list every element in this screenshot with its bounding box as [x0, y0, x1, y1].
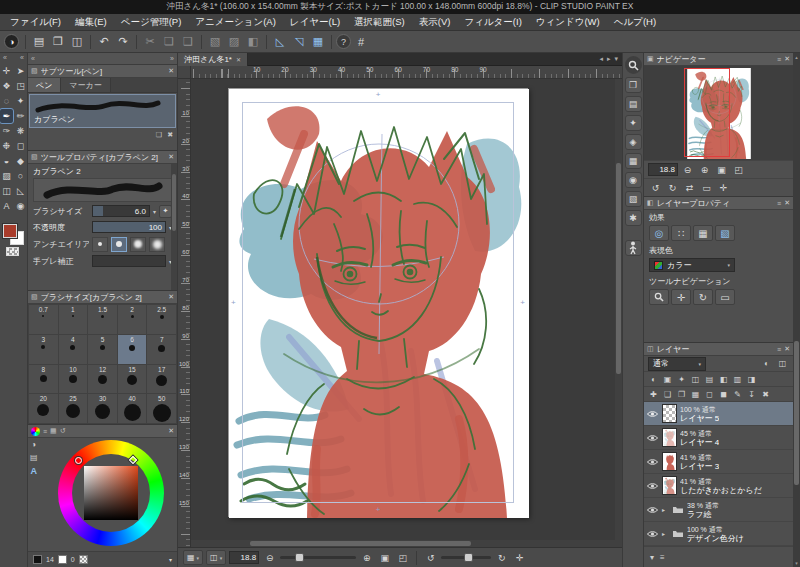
- grid-toggle-button[interactable]: #: [352, 33, 370, 50]
- black-chip[interactable]: [33, 555, 42, 564]
- nav-zoom-in-button[interactable]: ⊕: [697, 162, 712, 177]
- transfer-layer-icon[interactable]: ▦: [689, 388, 702, 400]
- anti-aliasing-weak[interactable]: [111, 237, 127, 252]
- color-history-tab-icon[interactable]: ↺: [60, 427, 66, 435]
- tool-gradient[interactable]: ▨: [0, 169, 13, 183]
- eye-icon[interactable]: [646, 482, 659, 490]
- brush-size-2[interactable]: 2: [118, 305, 147, 334]
- panel-menu-icon[interactable]: ≡: [777, 56, 781, 63]
- tool-object[interactable]: ➤: [14, 64, 27, 78]
- rotate-left-button[interactable]: ↺: [423, 550, 438, 565]
- close-icon[interactable]: ✕: [784, 345, 790, 353]
- tab-pen[interactable]: ペン: [28, 78, 61, 92]
- eye-icon[interactable]: [646, 410, 659, 418]
- onion-skin-icon[interactable]: ▥: [731, 373, 744, 385]
- nav-rotate-right-button[interactable]: ↻: [665, 180, 680, 195]
- create-mask-icon[interactable]: ✎: [731, 388, 744, 400]
- combine-layer-icon[interactable]: ◻: [703, 388, 716, 400]
- nav-zoom-out-button[interactable]: ⊖: [680, 162, 695, 177]
- brush-size-1[interactable]: 1: [59, 305, 88, 334]
- menu-item[interactable]: 編集(E): [68, 15, 114, 30]
- brush-size-25[interactable]: 25: [59, 394, 88, 423]
- menu-item[interactable]: フィルター(I): [457, 15, 528, 30]
- merge-down-icon[interactable]: ◼: [717, 388, 730, 400]
- brush-size-10[interactable]: 10: [59, 365, 88, 394]
- tool-text[interactable]: A: [0, 199, 13, 213]
- zoom-value[interactable]: 18.8: [229, 551, 259, 564]
- new-vector-layer-icon[interactable]: ❏: [661, 388, 674, 400]
- snap-to-special-ruler-button[interactable]: ◹: [290, 33, 308, 50]
- tool-pen[interactable]: ✒: [0, 109, 13, 123]
- open-file-button[interactable]: ❐: [49, 33, 67, 50]
- menu-item[interactable]: 選択範囲(S): [347, 15, 412, 30]
- anti-aliasing-none[interactable]: [92, 237, 108, 252]
- wheel-mode-icon[interactable]: ◑: [31, 440, 36, 449]
- opacity-slider[interactable]: 100: [92, 221, 166, 233]
- layer-thumbnail[interactable]: [662, 404, 677, 423]
- color-wheel-tab-icon[interactable]: [31, 427, 40, 436]
- material-palette-1-button[interactable]: ❐: [625, 77, 642, 93]
- deselect-button[interactable]: ▧: [206, 33, 224, 50]
- redo-button[interactable]: ↷: [114, 33, 132, 50]
- close-icon[interactable]: ✕: [168, 293, 174, 301]
- brush-size-50[interactable]: 50: [147, 394, 176, 423]
- tab-list-icon[interactable]: ▾: [614, 55, 618, 63]
- rotation-slider[interactable]: [441, 556, 491, 559]
- clip-studio-logo[interactable]: ◑: [4, 34, 19, 49]
- brush-size-15[interactable]: 15: [118, 365, 147, 394]
- snap-to-grid-button[interactable]: ▦: [309, 33, 327, 50]
- document-tab[interactable]: 沖田さん冬1* ✕: [178, 53, 248, 66]
- transparent-color-chip[interactable]: [6, 247, 19, 256]
- layer-row-rough-folder[interactable]: ▸ 38 % 通常ラフ絵: [644, 498, 793, 522]
- tool-airbrush[interactable]: ❋: [14, 124, 27, 138]
- material-palette-7-button[interactable]: ▧: [625, 191, 642, 207]
- anti-aliasing-middle[interactable]: [130, 237, 146, 252]
- paste-button[interactable]: ❑: [179, 33, 197, 50]
- menu-item[interactable]: ページ管理(P): [114, 15, 189, 30]
- hue-marker[interactable]: [75, 457, 82, 464]
- right-dock-scrollbar[interactable]: ▴ ▾: [793, 53, 800, 567]
- navigator-zoom-value[interactable]: 18.8: [648, 163, 678, 176]
- view-area-rect[interactable]: [684, 68, 730, 157]
- layer-row-sketch[interactable]: 41 % 通常したがきかおとからだ: [644, 474, 793, 498]
- eye-icon[interactable]: [646, 530, 659, 538]
- transparent-chip[interactable]: [79, 555, 88, 564]
- close-icon[interactable]: ✕: [168, 67, 174, 75]
- brush-size-12[interactable]: 12: [88, 365, 117, 394]
- brush-size-slider[interactable]: 6.0: [92, 205, 150, 217]
- brush-size-40[interactable]: 40: [118, 394, 147, 423]
- layer-row-layer3[interactable]: 41 % 通常レイヤー 3: [644, 450, 793, 474]
- close-icon[interactable]: ✕: [784, 199, 790, 207]
- chevron-down-icon[interactable]: ▾: [153, 208, 156, 215]
- layer-row-layer5[interactable]: 100 % 通常レイヤー 5: [644, 402, 793, 426]
- cut-button[interactable]: ✂: [141, 33, 159, 50]
- nav-reset-rotation-button[interactable]: ✛: [716, 180, 731, 195]
- panel-menu-icon[interactable]: ≡: [777, 346, 781, 353]
- new-layer-icon[interactable]: ✚: [647, 388, 660, 400]
- brush-size-0.7[interactable]: 0.7: [29, 305, 58, 334]
- delete-subtool-icon[interactable]: ✖: [167, 131, 173, 139]
- new-folder-icon[interactable]: ❐: [675, 388, 688, 400]
- layer-footer-list-icon[interactable]: ≡: [660, 553, 665, 562]
- save-file-button[interactable]: ◫: [68, 33, 86, 50]
- pose-material-button[interactable]: [625, 240, 642, 256]
- brush-size-4[interactable]: 4: [59, 335, 88, 364]
- menu-item[interactable]: ウィンドウ(W): [529, 15, 607, 30]
- set-as-draft-icon[interactable]: ▤: [703, 373, 716, 385]
- layer-thumbnail[interactable]: [662, 452, 677, 471]
- fit-to-screen-button[interactable]: ▣: [377, 550, 392, 565]
- expand-arrow-icon[interactable]: ▸: [662, 530, 669, 537]
- canvas-viewport[interactable]: + + + +: [191, 79, 615, 547]
- tool-eraser[interactable]: ◻: [14, 139, 27, 153]
- nav-rotate-tool-button[interactable]: ↻: [693, 289, 713, 305]
- nav-zoom-tool-button[interactable]: [649, 289, 669, 305]
- layer-mask-icon[interactable]: ◨: [745, 373, 758, 385]
- zoom-palette-button[interactable]: [625, 56, 642, 74]
- material-palette-2-button[interactable]: ▤: [625, 96, 642, 112]
- palette-color-button[interactable]: ◐: [760, 358, 773, 370]
- scroll-up-icon[interactable]: ▴: [795, 54, 798, 60]
- nav-fit-button[interactable]: ▣: [714, 162, 729, 177]
- tool-selection[interactable]: ◳: [14, 79, 27, 93]
- zoom-out-button[interactable]: ⊖: [262, 550, 277, 565]
- nav-reset-display-button[interactable]: ▭: [699, 180, 714, 195]
